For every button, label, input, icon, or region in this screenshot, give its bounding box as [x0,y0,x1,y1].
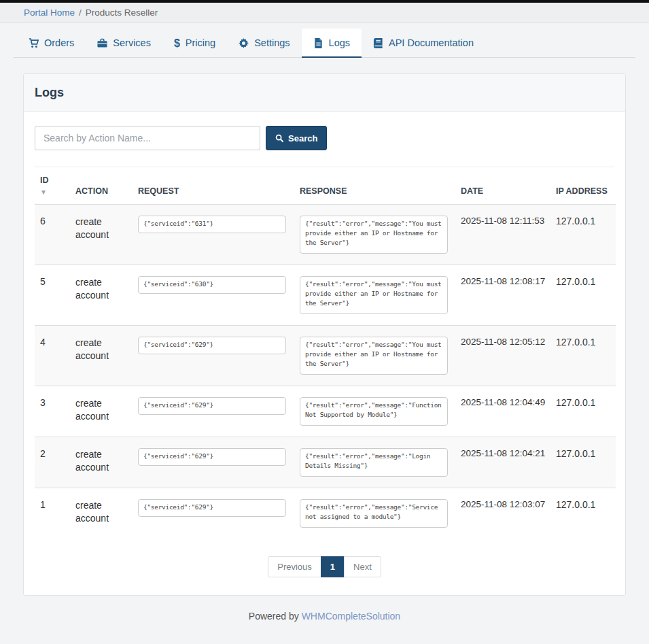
column-header-action: ACTION [70,167,133,205]
tab-label: Logs [329,37,350,48]
request-textarea[interactable]: {"serviceid":"631"} [138,216,286,233]
tab-settings[interactable]: Settings [227,29,301,58]
breadcrumb: Portal Home/Products Reseller [0,3,649,23]
tab-label: Pricing [186,37,215,48]
column-header-request: REQUEST [133,167,294,205]
tab-orders[interactable]: Orders [17,29,86,58]
breadcrumb-separator: / [79,7,82,18]
search-icon [275,134,284,143]
file-icon [313,38,323,48]
tab-services[interactable]: Services [86,29,162,58]
pagination-page-1[interactable]: 1 [321,556,345,577]
tab-label: Orders [44,37,74,48]
response-textarea[interactable]: {"result":"error","message":"Service not… [300,499,448,528]
cell-date: 2025-11-08 12:08:17 [455,265,550,326]
briefcase-icon [97,38,107,48]
table-header-row: ID ▼ ACTION REQUEST RESPONSE DATE IP ADD… [35,167,616,205]
request-textarea[interactable]: {"serviceid":"629"} [138,448,286,466]
response-textarea[interactable]: {"result":"error","message":"You must pr… [300,276,448,314]
cell-date: 2025-11-08 12:03:07 [455,488,550,539]
cart-icon [29,38,39,48]
tab-label: Settings [254,37,290,48]
cell-action: create account [70,386,133,437]
gear-icon [239,38,249,48]
search-button[interactable]: Search [266,126,327,150]
whmcs-link[interactable]: WHMCompleteSolution [302,611,401,622]
cell-ip: 127.0.0.1 [550,488,616,539]
request-textarea[interactable]: {"serviceid":"629"} [138,397,286,415]
logs-table: ID ▼ ACTION REQUEST RESPONSE DATE IP ADD… [35,167,616,539]
request-textarea[interactable]: {"serviceid":"629"} [138,337,286,354]
pagination-previous[interactable]: Previous [268,556,321,577]
dollar-icon: $ [174,38,180,48]
table-row: 3 create account {"serviceid":"629"} {"r… [35,386,616,437]
cell-id: 2 [35,437,70,488]
cell-ip: 127.0.0.1 [550,205,616,265]
sort-desc-icon: ▼ [40,189,65,196]
cell-action: create account [70,265,133,326]
response-textarea[interactable]: {"result":"error","message":"Login Detai… [300,448,448,477]
book-icon [373,38,383,48]
page-title: Logs [35,86,614,100]
cell-date: 2025-11-08 12:11:53 [455,205,550,265]
pagination-next[interactable]: Next [344,556,381,577]
cell-id: 6 [35,205,70,265]
table-row: 5 create account {"serviceid":"630"} {"r… [35,265,616,326]
cell-id: 1 [35,488,70,539]
column-header-id[interactable]: ID ▼ [35,167,70,205]
cell-date: 2025-11-08 12:05:12 [455,326,550,386]
search-button-label: Search [288,133,317,143]
cell-id: 4 [35,326,70,386]
search-bar: Search [35,126,614,150]
cell-ip: 127.0.0.1 [550,326,616,386]
column-label: ID [40,175,49,185]
cell-action: create account [70,437,133,488]
tab-api-documentation[interactable]: API Documentation [362,29,485,58]
table-row: 2 create account {"serviceid":"629"} {"r… [35,437,616,488]
footer-powered-by-text: Powered by [249,611,302,622]
cell-ip: 127.0.0.1 [550,386,616,437]
column-header-response: RESPONSE [294,167,455,205]
cell-ip: 127.0.0.1 [550,437,616,488]
cell-action: create account [70,488,133,539]
tab-label: Services [113,37,151,48]
tab-pricing[interactable]: $ Pricing [162,29,227,58]
table-row: 6 create account {"serviceid":"631"} {"r… [35,205,616,265]
logs-panel: Logs Search ID ▼ ACTION REQUEST [23,73,626,596]
response-textarea[interactable]: {"result":"error","message":"You must pr… [300,216,448,254]
request-textarea[interactable]: {"serviceid":"629"} [138,499,286,517]
breadcrumb-home-link[interactable]: Portal Home [24,7,75,18]
pagination: Previous 1 Next [35,556,614,577]
cell-action: create account [70,326,133,386]
table-row: 4 create account {"serviceid":"629"} {"r… [35,326,616,386]
cell-date: 2025-11-08 12:04:21 [455,437,550,488]
cell-id: 5 [35,265,70,326]
breadcrumb-current: Products Reseller [86,7,158,18]
panel-header: Logs [24,74,625,112]
column-header-date: DATE [455,167,550,205]
column-header-ip: IP ADDRESS [550,167,616,205]
tab-bar: Orders Services $ Pricing Settings Logs [14,29,635,58]
cell-action: create account [70,205,133,265]
table-row: 1 create account {"serviceid":"629"} {"r… [35,488,616,539]
response-textarea[interactable]: {"result":"error","message":"Function No… [300,397,448,426]
tab-label: API Documentation [389,37,474,48]
tab-logs[interactable]: Logs [302,29,362,58]
search-input[interactable] [35,126,260,150]
request-textarea[interactable]: {"serviceid":"630"} [138,276,286,294]
cell-ip: 127.0.0.1 [550,265,616,326]
response-textarea[interactable]: {"result":"error","message":"You must pr… [300,337,448,375]
cell-id: 3 [35,386,70,437]
cell-date: 2025-11-08 12:04:49 [455,386,550,437]
footer: Powered by WHMCompleteSolution [0,596,649,637]
